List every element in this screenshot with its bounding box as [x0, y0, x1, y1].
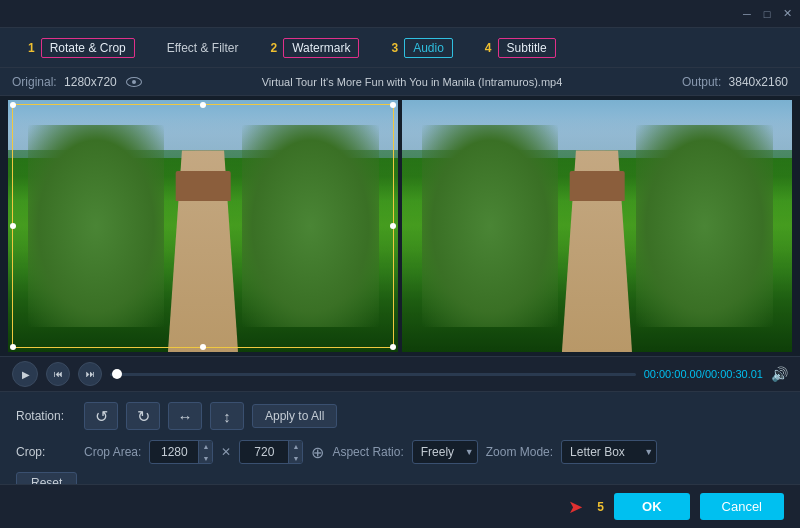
play-icon: ▶ — [22, 369, 30, 380]
tab-label-watermark: Watermark — [283, 38, 359, 58]
step5-number: 5 — [597, 500, 604, 514]
crop-width-down[interactable]: ▼ — [198, 452, 212, 464]
zoom-mode-select[interactable]: Letter Box Pan & Scan Full — [561, 440, 657, 464]
tab-audio[interactable]: 3 Audio — [375, 32, 468, 64]
tab-number-1: 1 — [28, 41, 35, 55]
tabs-row: 1 Rotate & Crop Effect & Filter 2 Waterm… — [0, 28, 800, 68]
apply-all-button[interactable]: Apply to All — [252, 404, 337, 428]
tree-left — [28, 125, 165, 327]
tab-effect-filter[interactable]: Effect & Filter — [151, 35, 255, 61]
preview-image-left — [8, 100, 398, 352]
output-resolution: Output: 3840x2160 — [682, 75, 788, 89]
ok-button[interactable]: OK — [614, 493, 690, 520]
tree-right-right — [636, 125, 773, 327]
rotate-right-button[interactable]: ↻ — [126, 402, 160, 430]
rotate-left-button[interactable]: ↺ — [84, 402, 118, 430]
tree-right-left — [422, 125, 559, 327]
timeline-bar[interactable] — [110, 373, 636, 376]
original-resolution: Original: 1280x720 — [12, 75, 142, 89]
tab-label-subtitle: Subtitle — [498, 38, 556, 58]
park-scene-right — [402, 100, 792, 352]
aspect-ratio-label: Aspect Ratio: — [332, 445, 403, 459]
maximize-button[interactable]: □ — [760, 7, 774, 21]
crop-width-input[interactable] — [150, 445, 198, 459]
tab-label-rotate-crop: Rotate & Crop — [41, 38, 135, 58]
time-current: 00:00:00.00 — [644, 368, 702, 380]
cancel-button[interactable]: Cancel — [700, 493, 784, 520]
crop-area-label: Crop Area: — [84, 445, 141, 459]
tab-label-audio: Audio — [404, 38, 453, 58]
crop-height-input-wrap: ▲ ▼ — [239, 440, 303, 464]
title-bar: ─ □ ✕ — [0, 0, 800, 28]
crop-width-spinner: ▲ ▼ — [198, 440, 212, 464]
rotate-right-icon: ↻ — [137, 407, 150, 426]
crop-size-separator: ✕ — [221, 445, 231, 459]
flip-v-icon: ↕ — [223, 408, 231, 425]
flip-h-icon: ↔ — [178, 408, 193, 425]
crop-height-spinner: ▲ ▼ — [288, 440, 302, 464]
tab-label-effect-filter: Effect & Filter — [167, 41, 239, 55]
close-button[interactable]: ✕ — [780, 7, 794, 21]
crop-row: Crop: Crop Area: ▲ ▼ ✕ ▲ ▼ ⊕ Aspect Rati… — [16, 440, 784, 464]
step5-arrow-icon: ➤ — [568, 496, 583, 518]
rotation-row: Rotation: ↺ ↻ ↔ ↕ Apply to All — [16, 402, 784, 430]
next-frame-button[interactable]: ⏭ — [78, 362, 102, 386]
aspect-ratio-select-wrap: Freely 16:9 4:3 1:1 ▼ — [412, 440, 478, 464]
flip-vertical-button[interactable]: ↕ — [210, 402, 244, 430]
rotation-label: Rotation: — [16, 409, 76, 423]
prev-icon: ⏮ — [54, 369, 63, 379]
minimize-button[interactable]: ─ — [740, 7, 754, 21]
building-left — [176, 171, 231, 201]
crop-width-up[interactable]: ▲ — [198, 440, 212, 452]
building-right — [570, 171, 625, 201]
zoom-mode-select-wrap: Letter Box Pan & Scan Full ▼ — [561, 440, 657, 464]
crop-width-input-wrap: ▲ ▼ — [149, 440, 213, 464]
aspect-ratio-select[interactable]: Freely 16:9 4:3 1:1 — [412, 440, 478, 464]
crop-height-down[interactable]: ▼ — [288, 452, 302, 464]
crop-height-input[interactable] — [240, 445, 288, 459]
transport-bar: ▶ ⏮ ⏭ 00:00:00.00/00:00:30.01 🔊 — [0, 356, 800, 392]
tab-subtitle[interactable]: 4 Subtitle — [469, 32, 572, 64]
preview-area — [0, 96, 800, 356]
preview-right — [402, 100, 792, 352]
tab-number-4: 4 — [485, 41, 492, 55]
filename: Virtual Tour It's More Fun with You in M… — [262, 76, 563, 88]
next-icon: ⏭ — [86, 369, 95, 379]
time-display: 00:00:00.00/00:00:30.01 — [644, 368, 763, 380]
tab-watermark[interactable]: 2 Watermark — [255, 32, 376, 64]
rotate-left-icon: ↺ — [95, 407, 108, 426]
flip-horizontal-button[interactable]: ↔ — [168, 402, 202, 430]
crop-center-icon[interactable]: ⊕ — [311, 443, 324, 462]
crop-label: Crop: — [16, 445, 76, 459]
info-bar: Original: 1280x720 Virtual Tour It's Mor… — [0, 68, 800, 96]
zoom-mode-label: Zoom Mode: — [486, 445, 553, 459]
time-total: 00:00:30.01 — [705, 368, 763, 380]
preview-image-right — [402, 100, 792, 352]
eye-icon[interactable] — [126, 77, 142, 87]
tree-right — [242, 125, 379, 327]
play-button[interactable]: ▶ — [12, 361, 38, 387]
bottom-bar: ➤ 5 OK Cancel — [0, 484, 800, 528]
volume-icon[interactable]: 🔊 — [771, 366, 788, 382]
prev-frame-button[interactable]: ⏮ — [46, 362, 70, 386]
tab-number-3: 3 — [391, 41, 398, 55]
tab-rotate-crop[interactable]: 1 Rotate & Crop — [12, 32, 151, 64]
tab-number-2: 2 — [271, 41, 278, 55]
crop-height-up[interactable]: ▲ — [288, 440, 302, 452]
park-scene-left — [8, 100, 398, 352]
preview-left — [8, 100, 398, 352]
timeline-playhead[interactable] — [112, 369, 122, 379]
